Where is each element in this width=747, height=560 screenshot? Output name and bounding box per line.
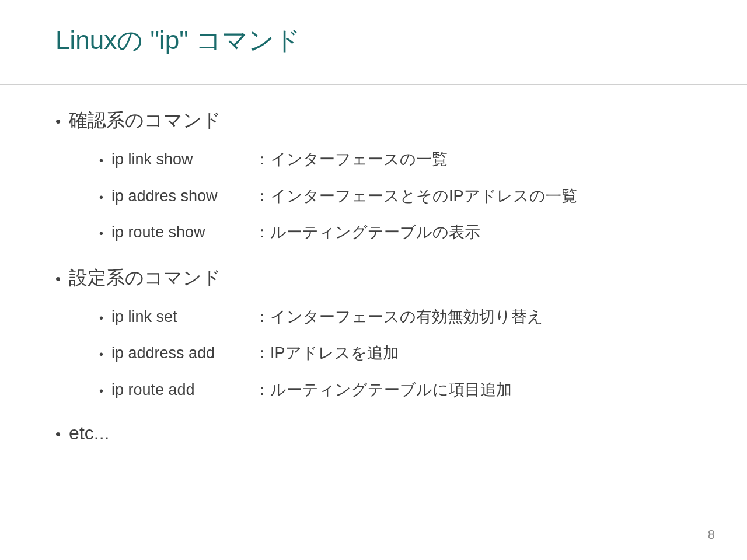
description-text: ：インターフェースの一覧 xyxy=(254,148,448,172)
bullet-icon: • xyxy=(99,345,103,363)
list-item: • ip address add ：IPアドレスを追加 xyxy=(99,341,747,365)
page-number: 8 xyxy=(708,527,715,542)
bullet-icon: • xyxy=(55,113,61,131)
bullet-icon: • xyxy=(99,188,103,206)
command-text: ip route show xyxy=(111,220,254,244)
section-header-text: 設定系のコマンド xyxy=(69,265,221,291)
section-header-config: • 設定系のコマンド xyxy=(55,265,747,291)
section-header-text: 確認系のコマンド xyxy=(69,108,221,134)
slide-content: • 確認系のコマンド • ip link show ：インターフェースの一覧 •… xyxy=(0,108,747,444)
command-text: ip route add xyxy=(111,378,254,402)
sub-list-config: • ip link set ：インターフェースの有効無効切り替え • ip ad… xyxy=(55,305,747,402)
list-item: • ip route show ：ルーティングテーブルの表示 xyxy=(99,220,747,244)
etc-text: etc... xyxy=(69,422,109,444)
list-item: • ip addres show ：インターフェースとそのIPアドレスの一覧 xyxy=(99,184,747,208)
description-text: ：ルーティングテーブルに項目追加 xyxy=(254,378,512,402)
bullet-icon: • xyxy=(99,309,103,327)
section-header-confirm: • 確認系のコマンド xyxy=(55,108,747,134)
command-text: ip link set xyxy=(111,305,254,329)
title-divider xyxy=(0,84,747,85)
etc-line: • etc... xyxy=(55,422,747,444)
description-text: ：インターフェースとそのIPアドレスの一覧 xyxy=(254,184,577,208)
description-text: ：インターフェースの有効無効切り替え xyxy=(254,305,543,329)
command-text: ip address add xyxy=(111,341,254,365)
list-item: • ip route add ：ルーティングテーブルに項目追加 xyxy=(99,378,747,402)
bullet-icon: • xyxy=(99,152,103,169)
description-text: ：IPアドレスを追加 xyxy=(254,341,399,365)
bullet-icon: • xyxy=(55,425,61,443)
list-item: • ip link show ：インターフェースの一覧 xyxy=(99,148,747,172)
bullet-icon: • xyxy=(55,270,61,288)
bullet-icon: • xyxy=(99,382,103,400)
description-text: ：ルーティングテーブルの表示 xyxy=(254,220,480,244)
sub-list-confirm: • ip link show ：インターフェースの一覧 • ip addres … xyxy=(55,148,747,244)
list-item: • ip link set ：インターフェースの有効無効切り替え xyxy=(99,305,747,329)
bullet-icon: • xyxy=(99,225,103,242)
slide-container: Linuxの "ip" コマンド • 確認系のコマンド • ip link sh… xyxy=(0,0,747,560)
command-text: ip addres show xyxy=(111,184,254,208)
command-text: ip link show xyxy=(111,148,254,172)
slide-title: Linuxの "ip" コマンド xyxy=(0,23,747,84)
